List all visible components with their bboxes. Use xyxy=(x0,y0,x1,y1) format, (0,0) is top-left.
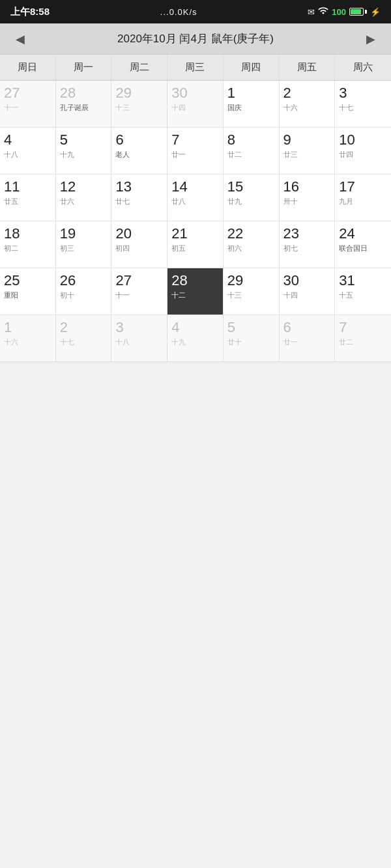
day-cell[interactable]: 18初二 xyxy=(0,221,56,268)
day-number: 27 xyxy=(4,85,20,102)
day-cell[interactable]: 12廿六 xyxy=(56,175,112,221)
status-time: 上午8:58 xyxy=(10,6,50,18)
day-lunar: 十三 xyxy=(115,103,130,112)
day-number: 30 xyxy=(283,272,299,289)
weekday-row: 周日周一周二周三周四周五周六 xyxy=(0,55,391,81)
day-lunar: 廿九 xyxy=(227,197,242,206)
day-cell[interactable]: 8廿二 xyxy=(224,128,280,175)
weekday-label: 周四 xyxy=(224,55,280,80)
day-cell[interactable]: 4十九 xyxy=(167,315,224,362)
day-cell[interactable]: 24联合国日 xyxy=(335,221,391,268)
day-number: 1 xyxy=(4,319,12,336)
day-number: 31 xyxy=(339,272,355,289)
month-title: 2020年10月 闰4月 鼠年(庚子年) xyxy=(117,31,274,46)
day-cell[interactable]: 22初六 xyxy=(224,221,280,268)
day-cell[interactable]: 17九月 xyxy=(335,175,391,221)
day-number: 23 xyxy=(283,225,299,242)
day-number: 15 xyxy=(227,178,243,195)
day-number: 22 xyxy=(227,225,243,242)
day-cell[interactable]: 2十六 xyxy=(280,81,336,128)
day-lunar: 十一 xyxy=(115,290,130,300)
day-cell[interactable]: 5十九 xyxy=(56,128,112,175)
day-number: 3 xyxy=(339,85,347,102)
day-cell[interactable]: 28十二 xyxy=(167,268,224,315)
prev-month-button[interactable]: ◀ xyxy=(10,29,30,49)
day-lunar: 孔子诞辰 xyxy=(60,103,89,112)
day-cell[interactable]: 19初三 xyxy=(56,221,112,268)
day-lunar: 十三 xyxy=(227,290,242,300)
day-lunar: 廿八 xyxy=(171,197,186,206)
day-number: 16 xyxy=(283,178,299,195)
day-number: 26 xyxy=(60,272,76,289)
day-cell[interactable]: 27十一 xyxy=(0,81,56,128)
day-lunar: 廿六 xyxy=(60,197,74,206)
charging-icon: ⚡ xyxy=(370,7,381,17)
day-cell[interactable]: 29十三 xyxy=(111,81,167,128)
day-cell[interactable]: 3十八 xyxy=(111,315,167,362)
day-number: 2 xyxy=(60,319,68,336)
day-cell[interactable]: 25重阳 xyxy=(0,268,56,315)
day-cell[interactable]: 5廿十 xyxy=(224,315,280,362)
day-cell[interactable]: 13廿七 xyxy=(111,175,167,221)
day-cell[interactable]: 15廿九 xyxy=(224,175,280,221)
day-number: 18 xyxy=(4,225,20,242)
day-lunar: 廿三 xyxy=(283,150,298,159)
day-cell[interactable]: 31十五 xyxy=(335,268,391,315)
weekday-label: 周五 xyxy=(280,55,336,80)
day-cell[interactable]: 20初四 xyxy=(111,221,167,268)
day-number: 28 xyxy=(171,272,187,289)
day-lunar: 十八 xyxy=(4,150,18,159)
day-cell[interactable]: 26初十 xyxy=(56,268,112,315)
day-lunar: 初三 xyxy=(60,244,74,253)
day-lunar: 十二 xyxy=(171,290,186,300)
day-lunar: 联合国日 xyxy=(339,244,368,253)
day-cell[interactable]: 27十一 xyxy=(111,268,167,315)
day-number: 4 xyxy=(4,132,12,148)
day-cell[interactable]: 6廿一 xyxy=(280,315,336,362)
day-cell[interactable]: 2十七 xyxy=(56,315,112,362)
day-number: 27 xyxy=(115,272,131,289)
day-number: 2 xyxy=(283,85,291,102)
day-cell[interactable]: 6老人 xyxy=(111,128,167,175)
day-cell[interactable]: 30十四 xyxy=(167,81,224,128)
day-cell[interactable]: 30十四 xyxy=(280,268,336,315)
day-cell[interactable]: 7廿二 xyxy=(335,315,391,362)
day-cell[interactable]: 4十八 xyxy=(0,128,56,175)
day-lunar: 十七 xyxy=(60,337,74,346)
day-number: 14 xyxy=(171,178,187,195)
day-number: 24 xyxy=(339,225,355,242)
day-cell[interactable]: 23初七 xyxy=(280,221,336,268)
day-cell[interactable]: 14廿八 xyxy=(167,175,224,221)
day-lunar: 十四 xyxy=(283,290,298,300)
wifi-icon xyxy=(318,7,328,17)
day-cell[interactable]: 1国庆 xyxy=(224,81,280,128)
day-cell[interactable]: 10廿四 xyxy=(335,128,391,175)
day-number: 21 xyxy=(171,225,187,242)
day-lunar: 廿五 xyxy=(4,197,18,206)
day-number: 1 xyxy=(227,85,235,102)
day-number: 20 xyxy=(115,225,131,242)
day-number: 6 xyxy=(115,132,123,148)
day-lunar: 廿十 xyxy=(227,337,242,346)
day-number: 8 xyxy=(227,132,235,148)
day-cell[interactable]: 28孔子诞辰 xyxy=(56,81,112,128)
day-lunar: 初二 xyxy=(4,244,18,253)
day-cell[interactable]: 3十七 xyxy=(335,81,391,128)
day-cell[interactable]: 16卅十 xyxy=(280,175,336,221)
day-number: 10 xyxy=(339,132,355,148)
day-lunar: 廿一 xyxy=(171,150,186,159)
day-cell[interactable]: 7廿一 xyxy=(167,128,224,175)
day-lunar: 十八 xyxy=(115,337,130,346)
calendar-grid: 27十一28孔子诞辰29十三30十四1国庆2十六3十七4十八5十九6老人7廿一8… xyxy=(0,81,391,362)
day-lunar: 老人 xyxy=(115,150,130,159)
day-cell[interactable]: 1十六 xyxy=(0,315,56,362)
day-cell[interactable]: 9廿三 xyxy=(280,128,336,175)
day-lunar: 廿二 xyxy=(339,337,353,346)
day-lunar: 卅十 xyxy=(283,197,298,206)
day-cell[interactable]: 29十三 xyxy=(224,268,280,315)
day-number: 7 xyxy=(171,132,179,148)
day-cell[interactable]: 11廿五 xyxy=(0,175,56,221)
day-cell[interactable]: 21初五 xyxy=(167,221,224,268)
day-lunar: 初十 xyxy=(60,290,74,300)
next-month-button[interactable]: ▶ xyxy=(361,29,381,49)
